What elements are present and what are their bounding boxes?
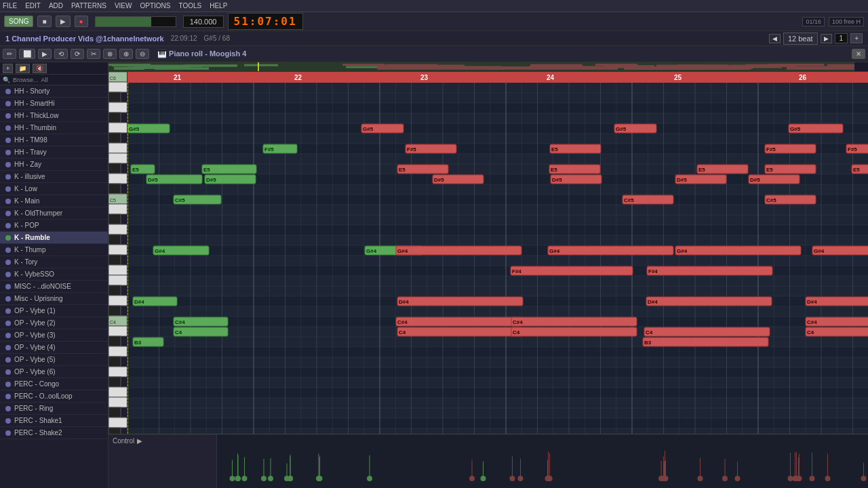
sidebar-item-21[interactable]: OP - Vybe (4) (0, 342, 108, 354)
sidebar-item-26[interactable]: PERC - Ring (0, 403, 108, 415)
tool-play[interactable]: ▶ (38, 49, 52, 59)
control-text: Control (113, 437, 134, 445)
measure-header: 21 22 23 24 25 26 (127, 72, 868, 83)
sidebar-item-1[interactable]: HH - SmartHi (0, 98, 108, 110)
control-label: Control ▶ (108, 434, 217, 488)
search-icon: 🔍 (3, 77, 10, 83)
piano-keys (108, 72, 127, 434)
info-bar: 1 Channel Producer Vids @1channelnetwork… (0, 31, 868, 46)
free-h-indicator: 100 free H (829, 17, 864, 26)
beat-prev-button[interactable]: ◀ (769, 34, 781, 43)
mini-overview[interactable] (108, 62, 868, 72)
menu-view[interactable]: VIEW (115, 2, 132, 9)
sidebar-item-19[interactable]: OP - Vybe (2) (0, 317, 108, 329)
transport-bar: SONG ■ ▶ ● 140.000 51:07:01 01/16 100 fr… (0, 12, 868, 31)
control-content[interactable] (217, 434, 868, 488)
tool-erase[interactable]: ⊗ (103, 49, 117, 59)
beat-count[interactable]: 1 (835, 33, 848, 43)
control-section: Control ▶ (108, 434, 868, 488)
menu-edit[interactable]: EDIT (25, 2, 41, 9)
sidebar-item-15[interactable]: K - VybeSSO (0, 268, 108, 281)
menu-add[interactable]: ADD (49, 2, 63, 9)
instrument-sidebar: + 📁 🔇 🔍 Browse... All HH - ShortyHH - Sm… (0, 62, 108, 488)
measure-26: 26 (799, 74, 806, 81)
beat-selector[interactable]: 12 beat (783, 33, 818, 45)
menu-tools[interactable]: TOOLS (178, 2, 201, 9)
sidebar-item-14[interactable]: K - Tory (0, 256, 108, 268)
sidebar-item-9[interactable]: K - Main (0, 195, 108, 207)
sidebar-item-17[interactable]: Misc - Uprisning (0, 293, 108, 305)
page-indicator: 01/16 (802, 17, 825, 26)
play-button[interactable]: ▶ (56, 16, 71, 27)
sidebar-item-6[interactable]: HH - Zay (0, 159, 108, 171)
note-info: G#5 / 68 (204, 35, 230, 42)
mute-button[interactable]: 🔇 (33, 64, 47, 73)
close-piano-roll[interactable]: ✕ (852, 49, 865, 59)
note-grid[interactable]: 21 22 23 24 25 26 (127, 72, 868, 434)
menu-help[interactable]: HELP (210, 2, 227, 9)
measure-23: 23 (420, 74, 428, 81)
menu-options[interactable]: OPTIONS (140, 2, 170, 9)
sidebar-item-22[interactable]: OP - Vybe (5) (0, 354, 108, 366)
tool-cut[interactable]: ✂ (87, 49, 100, 59)
browse-label: Browse... (13, 77, 39, 83)
sidebar-item-11[interactable]: K - POP (0, 220, 108, 232)
sidebar-item-25[interactable]: PERC - O..oolLoop (0, 390, 108, 403)
measure-21: 21 (174, 74, 181, 81)
menu-bar: FILE EDIT ADD PATTERNS VIEW OPTIONS TOOL… (0, 0, 868, 12)
sidebar-item-28[interactable]: PERC - Shake2 (0, 427, 108, 439)
song-mode-button[interactable]: SONG (4, 16, 33, 27)
tool-zoom-in[interactable]: ⊕ (119, 49, 133, 59)
sidebar-item-5[interactable]: HH - Travy (0, 146, 108, 159)
sidebar-item-10[interactable]: K - OldThumper (0, 207, 108, 220)
sidebar-item-2[interactable]: HH - ThickLow (0, 110, 108, 122)
sidebar-item-0[interactable]: HH - Shorty (0, 85, 108, 98)
sidebar-item-3[interactable]: HH - Thumbin (0, 122, 108, 134)
sidebar-items-container: HH - ShortyHH - SmartHiHH - ThickLowHH -… (0, 85, 108, 439)
sidebar-item-20[interactable]: OP - Vybe (3) (0, 329, 108, 342)
mini-cursor (258, 62, 259, 71)
sidebar-item-4[interactable]: HH - TM98 (0, 134, 108, 146)
beat-next-button[interactable]: ▶ (821, 34, 832, 43)
roll-canvas[interactable] (127, 83, 868, 434)
tool-bar: ✏ ⬜ ▶ ⟲ ⟳ ✂ ⊗ ⊕ ⊖ 🎹 Piano roll - Moogish… (0, 46, 868, 62)
channel-name: 1 Channel Producer Vids @1channelnetwork (5, 35, 164, 43)
time-display: 51:07:01 (228, 13, 303, 30)
sidebar-item-12[interactable]: K - Rumble (0, 232, 108, 244)
sidebar-item-7[interactable]: K - illusive (0, 171, 108, 183)
roll-with-keys: 21 22 23 24 25 26 (108, 72, 868, 434)
tool-select[interactable]: ⬜ (19, 49, 35, 59)
measure-24: 24 (547, 74, 554, 81)
menu-file[interactable]: FILE (3, 2, 17, 9)
tool-pencil[interactable]: ✏ (3, 49, 16, 59)
sidebar-item-13[interactable]: K - Thump (0, 244, 108, 256)
beat-plus-button[interactable]: + (850, 33, 863, 43)
record-button[interactable]: ● (75, 16, 88, 27)
piano-roll-title: 🎹 Piano roll - Moogish 4 (157, 49, 246, 58)
roll-area: 21 22 23 24 25 26 Control ▶ (108, 62, 868, 488)
sidebar-item-27[interactable]: PERC - Shake1 (0, 415, 108, 427)
sidebar-item-18[interactable]: OP - Vybe (1) (0, 305, 108, 317)
sidebar-item-23[interactable]: OP - Vybe (6) (0, 366, 108, 378)
stop-button[interactable]: ■ (37, 16, 51, 27)
folder-button[interactable]: 📁 (16, 64, 30, 73)
menu-patterns[interactable]: PATTERNS (71, 2, 106, 9)
main-area: + 📁 🔇 🔍 Browse... All HH - ShortyHH - Sm… (0, 62, 868, 488)
sidebar-item-8[interactable]: K - Low (0, 183, 108, 195)
sidebar-item-24[interactable]: PERC - Congo (0, 378, 108, 390)
tool-redo[interactable]: ⟳ (71, 49, 84, 59)
control-arrow[interactable]: ▶ (137, 437, 142, 445)
session-time: 22:09:12 (171, 35, 197, 42)
tool-zoom-out[interactable]: ⊖ (136, 49, 149, 59)
measure-22: 22 (294, 74, 302, 81)
add-channel-button[interactable]: + (3, 64, 13, 73)
all-label: All (41, 77, 48, 83)
bpm-display[interactable]: 140.000 (183, 16, 224, 28)
measure-25: 25 (674, 74, 682, 81)
tool-undo[interactable]: ⟲ (54, 49, 68, 59)
sidebar-item-16[interactable]: MISC - ..dioNOISE (0, 281, 108, 293)
